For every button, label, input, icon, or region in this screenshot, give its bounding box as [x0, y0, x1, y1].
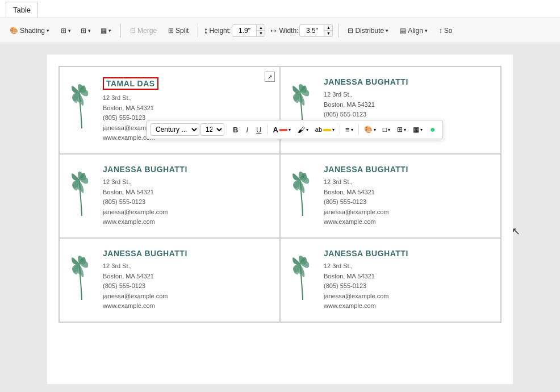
height-arrows: ▲ ▼ — [256, 25, 265, 36]
expand-button-1[interactable]: ↗ — [265, 72, 275, 82]
style-btn-2[interactable]: □ ▾ — [380, 124, 393, 135]
table-btn-2[interactable]: ⊞ ▾ — [77, 24, 95, 37]
card-cell-5[interactable]: JANESSA BUGHATTI12 3rd St., Boston, MA 5… — [59, 238, 280, 322]
sep-2 — [198, 24, 198, 37]
ft-chevron-5: ▾ — [374, 127, 376, 132]
style-btn-3[interactable]: ⊞ ▾ — [394, 124, 409, 135]
palm-icon-6 — [289, 252, 317, 303]
height-group: ↕ Height: 1.9" ▲ ▼ — [203, 24, 265, 37]
style-btn-5[interactable]: ● — [427, 123, 439, 136]
underline-button[interactable]: U — [253, 124, 265, 136]
table-icon-2: ⊞ — [81, 27, 86, 35]
card-cell-2[interactable]: JANESSA BUGHATTI12 3rd St., Boston, MA 5… — [280, 66, 501, 154]
palm-icon-4 — [289, 168, 317, 219]
width-spinner[interactable]: 3.5" ▲ ▼ — [299, 24, 333, 37]
italic-button[interactable]: I — [243, 124, 252, 136]
style-btn-4[interactable]: ▦ ▾ — [410, 124, 425, 135]
shading-button[interactable]: 🎨 Shading ▾ — [6, 24, 53, 37]
card-city-2: Boston, MA 54321 — [324, 101, 375, 108]
style-icon-5: ● — [430, 124, 436, 135]
height-input[interactable]: 1.9" — [232, 26, 256, 36]
width-label: Width: — [279, 27, 298, 35]
main-content: Century ... 12 B I U A ▾ 🖌 ▾ ab ▾ ≡ ▾ — [0, 43, 560, 392]
font-name-select[interactable]: Century ... — [151, 123, 199, 136]
card-address-3: 12 3rd St., — [103, 178, 132, 185]
distribute-button[interactable]: ⊟ Distribute ▾ — [344, 24, 392, 37]
height-down[interactable]: ▼ — [257, 31, 265, 36]
card-name-3: JANESSA BUGHATTI — [103, 165, 271, 174]
merge-icon: ⊟ — [130, 27, 136, 35]
highlight-icon: 🖌 — [298, 126, 305, 134]
height-label: Height: — [209, 27, 231, 35]
bullets-icon: ≡ — [345, 126, 350, 134]
ft-chevron-7: ▾ — [404, 127, 406, 132]
height-spinner[interactable]: 1.9" ▲ ▼ — [232, 24, 265, 37]
card-cell-1[interactable]: Tamal Das12 3rd St., Boston, MA 54321 (8… — [59, 66, 280, 154]
card-city-5: Boston, MA 54321 — [103, 273, 154, 280]
font-color-a-label: A — [273, 126, 278, 134]
sort-button[interactable]: ↕ So — [435, 24, 457, 37]
card-address-5: 12 3rd St., — [103, 262, 132, 269]
bullets-button[interactable]: ≡ ▾ — [342, 124, 356, 136]
width-up[interactable]: ▲ — [324, 25, 332, 31]
card-phone-2: (805) 555-0123 — [324, 111, 366, 118]
height-up[interactable]: ▲ — [257, 25, 265, 31]
width-down[interactable]: ▼ — [324, 31, 332, 36]
card-city-3: Boston, MA 54321 — [103, 189, 154, 195]
card-address-2: 12 3rd St., — [324, 91, 353, 98]
style-icon-4: ▦ — [413, 126, 419, 134]
main-toolbar: 🎨 Shading ▾ ⊞ ▾ ⊞ ▾ ▦ ▾ ⊟ Merge ⊞ Split … — [0, 18, 560, 43]
card-website-3: www.example.com — [103, 218, 155, 225]
cursor: ↖ — [512, 225, 520, 237]
height-icon: ↕ — [203, 26, 208, 36]
card-content-4: JANESSA BUGHATTI12 3rd St., Boston, MA 5… — [324, 165, 492, 227]
ft-chevron-1: ▾ — [289, 127, 291, 132]
card-name-2: JANESSA BUGHATTI — [324, 77, 492, 86]
palm-icon-3 — [68, 168, 96, 219]
card-content-5: JANESSA BUGHATTI12 3rd St., Boston, MA 5… — [103, 249, 271, 311]
table-icon-3: ▦ — [101, 27, 107, 35]
table-btn-1[interactable]: ⊞ ▾ — [57, 24, 75, 37]
card-content-3: JANESSA BUGHATTI12 3rd St., Boston, MA 5… — [103, 165, 271, 227]
card-detail-3: 12 3rd St., Boston, MA 54321 (805) 555-0… — [103, 177, 271, 227]
sep-1 — [120, 24, 121, 37]
card-phone-1: (805) 555-0123 — [103, 114, 145, 121]
card-address-4: 12 3rd St., — [324, 178, 353, 185]
tab-bar: Table — [0, 0, 560, 18]
card-detail-6: 12 3rd St., Boston, MA 54321 (805) 555-0… — [324, 261, 492, 311]
style-icon-3: ⊞ — [397, 126, 403, 134]
split-icon: ⊞ — [168, 27, 174, 35]
card-phone-4: (805) 555-0123 — [324, 198, 366, 205]
bold-button[interactable]: B — [229, 124, 241, 136]
ft-sep-1 — [227, 124, 227, 135]
style-btn-1[interactable]: 🎨 ▾ — [361, 124, 379, 135]
text-highlight-icon: ab — [315, 126, 322, 133]
text-highlight-button[interactable]: ab ▾ — [312, 124, 337, 135]
split-button[interactable]: ⊞ Split — [164, 24, 193, 37]
shading-icon: 🎨 — [10, 27, 18, 35]
shading-group: 🎨 Shading ▾ — [6, 24, 53, 37]
table-btn-3[interactable]: ▦ ▾ — [97, 24, 115, 37]
card-cell-6[interactable]: JANESSA BUGHATTI12 3rd St., Boston, MA 5… — [280, 238, 501, 322]
tab-table[interactable]: Table — [6, 2, 38, 18]
card-detail-5: 12 3rd St., Boston, MA 54321 (805) 555-0… — [103, 261, 271, 311]
width-input[interactable]: 3.5" — [300, 26, 324, 36]
align-button[interactable]: ▤ Align ▾ — [396, 24, 432, 37]
align-icon: ▤ — [400, 27, 406, 35]
ft-sep-2 — [267, 124, 268, 135]
card-name-1: Tamal Das — [103, 77, 158, 90]
format-toolbar: Century ... 12 B I U A ▾ 🖌 ▾ ab ▾ ≡ ▾ — [147, 120, 443, 139]
card-address-1: 12 3rd St., — [103, 94, 132, 101]
card-email-5: janessa@example.com — [103, 293, 168, 299]
card-content-6: JANESSA BUGHATTI12 3rd St., Boston, MA 5… — [324, 249, 492, 311]
card-email-4: janessa@example.com — [324, 208, 389, 215]
font-size-select[interactable]: 12 — [200, 123, 224, 136]
card-grid: Tamal Das12 3rd St., Boston, MA 54321 (8… — [58, 66, 502, 323]
merge-button[interactable]: ⊟ Merge — [126, 24, 161, 37]
card-cell-4[interactable]: JANESSA BUGHATTI12 3rd St., Boston, MA 5… — [280, 154, 501, 238]
highlight-color-button[interactable]: 🖌 ▾ — [295, 124, 311, 136]
card-detail-4: 12 3rd St., Boston, MA 54321 (805) 555-0… — [324, 177, 492, 227]
font-color-button[interactable]: A ▾ — [270, 124, 293, 136]
distribute-icon: ⊟ — [348, 27, 353, 35]
card-cell-3[interactable]: JANESSA BUGHATTI12 3rd St., Boston, MA 5… — [59, 154, 280, 238]
